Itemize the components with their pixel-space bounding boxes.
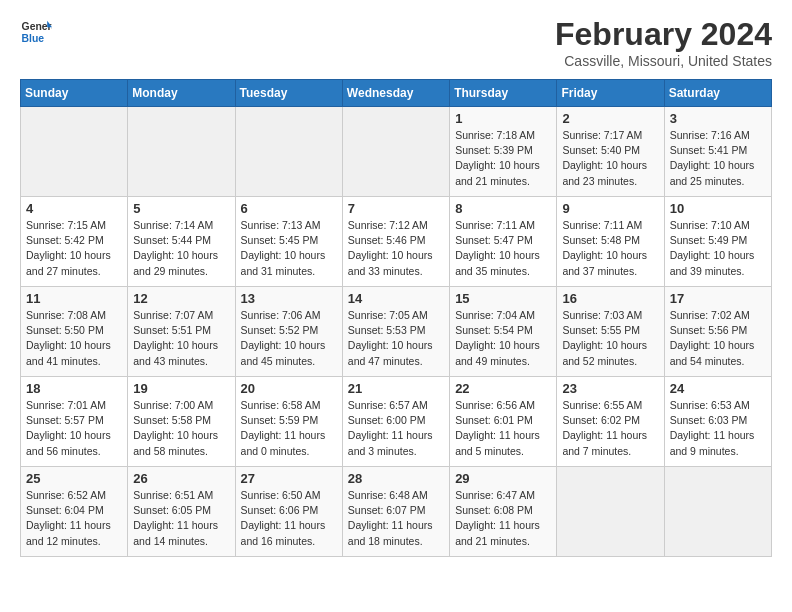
table-row: 14Sunrise: 7:05 AM Sunset: 5:53 PM Dayli…: [342, 287, 449, 377]
day-number: 20: [241, 381, 337, 396]
col-friday: Friday: [557, 80, 664, 107]
day-info: Sunrise: 6:53 AM Sunset: 6:03 PM Dayligh…: [670, 398, 766, 459]
calendar-week-row: 25Sunrise: 6:52 AM Sunset: 6:04 PM Dayli…: [21, 467, 772, 557]
table-row: 11Sunrise: 7:08 AM Sunset: 5:50 PM Dayli…: [21, 287, 128, 377]
day-info: Sunrise: 7:11 AM Sunset: 5:47 PM Dayligh…: [455, 218, 551, 279]
table-row: 13Sunrise: 7:06 AM Sunset: 5:52 PM Dayli…: [235, 287, 342, 377]
day-number: 7: [348, 201, 444, 216]
day-info: Sunrise: 6:48 AM Sunset: 6:07 PM Dayligh…: [348, 488, 444, 549]
table-row: [128, 107, 235, 197]
day-info: Sunrise: 7:03 AM Sunset: 5:55 PM Dayligh…: [562, 308, 658, 369]
day-number: 12: [133, 291, 229, 306]
table-row: 15Sunrise: 7:04 AM Sunset: 5:54 PM Dayli…: [450, 287, 557, 377]
table-row: 27Sunrise: 6:50 AM Sunset: 6:06 PM Dayli…: [235, 467, 342, 557]
table-row: 21Sunrise: 6:57 AM Sunset: 6:00 PM Dayli…: [342, 377, 449, 467]
day-info: Sunrise: 7:06 AM Sunset: 5:52 PM Dayligh…: [241, 308, 337, 369]
calendar-week-row: 18Sunrise: 7:01 AM Sunset: 5:57 PM Dayli…: [21, 377, 772, 467]
page-title: February 2024: [555, 16, 772, 53]
day-info: Sunrise: 7:14 AM Sunset: 5:44 PM Dayligh…: [133, 218, 229, 279]
day-number: 29: [455, 471, 551, 486]
calendar-week-row: 4Sunrise: 7:15 AM Sunset: 5:42 PM Daylig…: [21, 197, 772, 287]
day-number: 18: [26, 381, 122, 396]
day-number: 8: [455, 201, 551, 216]
table-row: 23Sunrise: 6:55 AM Sunset: 6:02 PM Dayli…: [557, 377, 664, 467]
day-info: Sunrise: 7:08 AM Sunset: 5:50 PM Dayligh…: [26, 308, 122, 369]
day-number: 13: [241, 291, 337, 306]
title-block: February 2024 Cassville, Missouri, Unite…: [555, 16, 772, 69]
day-info: Sunrise: 6:56 AM Sunset: 6:01 PM Dayligh…: [455, 398, 551, 459]
table-row: [21, 107, 128, 197]
col-tuesday: Tuesday: [235, 80, 342, 107]
day-info: Sunrise: 7:16 AM Sunset: 5:41 PM Dayligh…: [670, 128, 766, 189]
day-info: Sunrise: 7:15 AM Sunset: 5:42 PM Dayligh…: [26, 218, 122, 279]
table-row: 25Sunrise: 6:52 AM Sunset: 6:04 PM Dayli…: [21, 467, 128, 557]
table-row: 4Sunrise: 7:15 AM Sunset: 5:42 PM Daylig…: [21, 197, 128, 287]
day-number: 24: [670, 381, 766, 396]
day-info: Sunrise: 7:17 AM Sunset: 5:40 PM Dayligh…: [562, 128, 658, 189]
day-number: 2: [562, 111, 658, 126]
day-number: 4: [26, 201, 122, 216]
day-info: Sunrise: 7:10 AM Sunset: 5:49 PM Dayligh…: [670, 218, 766, 279]
day-number: 26: [133, 471, 229, 486]
table-row: 24Sunrise: 6:53 AM Sunset: 6:03 PM Dayli…: [664, 377, 771, 467]
calendar-header-row: Sunday Monday Tuesday Wednesday Thursday…: [21, 80, 772, 107]
day-info: Sunrise: 7:11 AM Sunset: 5:48 PM Dayligh…: [562, 218, 658, 279]
day-number: 21: [348, 381, 444, 396]
day-info: Sunrise: 6:51 AM Sunset: 6:05 PM Dayligh…: [133, 488, 229, 549]
col-thursday: Thursday: [450, 80, 557, 107]
day-number: 16: [562, 291, 658, 306]
table-row: 20Sunrise: 6:58 AM Sunset: 5:59 PM Dayli…: [235, 377, 342, 467]
logo-icon: General Blue: [20, 16, 52, 48]
day-number: 1: [455, 111, 551, 126]
day-number: 6: [241, 201, 337, 216]
day-number: 5: [133, 201, 229, 216]
table-row: 29Sunrise: 6:47 AM Sunset: 6:08 PM Dayli…: [450, 467, 557, 557]
table-row: 22Sunrise: 6:56 AM Sunset: 6:01 PM Dayli…: [450, 377, 557, 467]
day-number: 9: [562, 201, 658, 216]
table-row: 10Sunrise: 7:10 AM Sunset: 5:49 PM Dayli…: [664, 197, 771, 287]
table-row: 28Sunrise: 6:48 AM Sunset: 6:07 PM Dayli…: [342, 467, 449, 557]
day-number: 17: [670, 291, 766, 306]
day-number: 15: [455, 291, 551, 306]
svg-text:Blue: Blue: [22, 33, 45, 44]
col-sunday: Sunday: [21, 80, 128, 107]
day-info: Sunrise: 6:55 AM Sunset: 6:02 PM Dayligh…: [562, 398, 658, 459]
day-info: Sunrise: 7:05 AM Sunset: 5:53 PM Dayligh…: [348, 308, 444, 369]
calendar-week-row: 11Sunrise: 7:08 AM Sunset: 5:50 PM Dayli…: [21, 287, 772, 377]
day-info: Sunrise: 7:07 AM Sunset: 5:51 PM Dayligh…: [133, 308, 229, 369]
day-number: 23: [562, 381, 658, 396]
day-info: Sunrise: 6:58 AM Sunset: 5:59 PM Dayligh…: [241, 398, 337, 459]
table-row: [342, 107, 449, 197]
col-saturday: Saturday: [664, 80, 771, 107]
page-subtitle: Cassville, Missouri, United States: [555, 53, 772, 69]
day-info: Sunrise: 7:02 AM Sunset: 5:56 PM Dayligh…: [670, 308, 766, 369]
calendar-week-row: 1Sunrise: 7:18 AM Sunset: 5:39 PM Daylig…: [21, 107, 772, 197]
table-row: 7Sunrise: 7:12 AM Sunset: 5:46 PM Daylig…: [342, 197, 449, 287]
day-info: Sunrise: 7:18 AM Sunset: 5:39 PM Dayligh…: [455, 128, 551, 189]
day-info: Sunrise: 6:52 AM Sunset: 6:04 PM Dayligh…: [26, 488, 122, 549]
day-number: 10: [670, 201, 766, 216]
table-row: 5Sunrise: 7:14 AM Sunset: 5:44 PM Daylig…: [128, 197, 235, 287]
table-row: 26Sunrise: 6:51 AM Sunset: 6:05 PM Dayli…: [128, 467, 235, 557]
table-row: 6Sunrise: 7:13 AM Sunset: 5:45 PM Daylig…: [235, 197, 342, 287]
table-row: 12Sunrise: 7:07 AM Sunset: 5:51 PM Dayli…: [128, 287, 235, 377]
table-row: 9Sunrise: 7:11 AM Sunset: 5:48 PM Daylig…: [557, 197, 664, 287]
col-monday: Monday: [128, 80, 235, 107]
page-header: General Blue General Blue February 2024 …: [20, 16, 772, 69]
table-row: [664, 467, 771, 557]
logo: General Blue General Blue: [20, 16, 52, 48]
table-row: 3Sunrise: 7:16 AM Sunset: 5:41 PM Daylig…: [664, 107, 771, 197]
day-number: 25: [26, 471, 122, 486]
table-row: 17Sunrise: 7:02 AM Sunset: 5:56 PM Dayli…: [664, 287, 771, 377]
day-info: Sunrise: 7:01 AM Sunset: 5:57 PM Dayligh…: [26, 398, 122, 459]
table-row: 19Sunrise: 7:00 AM Sunset: 5:58 PM Dayli…: [128, 377, 235, 467]
table-row: 16Sunrise: 7:03 AM Sunset: 5:55 PM Dayli…: [557, 287, 664, 377]
calendar-table: Sunday Monday Tuesday Wednesday Thursday…: [20, 79, 772, 557]
table-row: 2Sunrise: 7:17 AM Sunset: 5:40 PM Daylig…: [557, 107, 664, 197]
day-number: 22: [455, 381, 551, 396]
table-row: [235, 107, 342, 197]
day-info: Sunrise: 7:13 AM Sunset: 5:45 PM Dayligh…: [241, 218, 337, 279]
day-info: Sunrise: 6:50 AM Sunset: 6:06 PM Dayligh…: [241, 488, 337, 549]
table-row: 18Sunrise: 7:01 AM Sunset: 5:57 PM Dayli…: [21, 377, 128, 467]
day-number: 11: [26, 291, 122, 306]
